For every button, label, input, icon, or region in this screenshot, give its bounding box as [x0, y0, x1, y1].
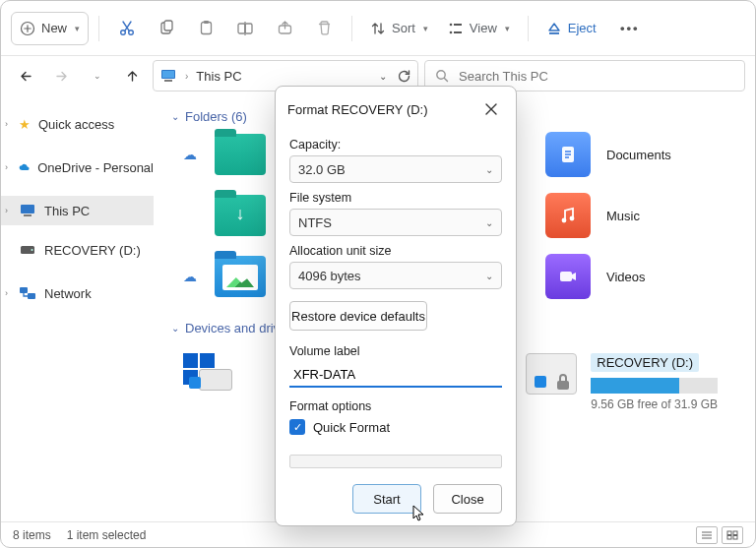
- quick-format-checkbox[interactable]: ✓ Quick Format: [289, 419, 502, 435]
- forward-button[interactable]: [46, 61, 76, 91]
- filesystem-select[interactable]: NTFS ⌄: [289, 209, 502, 236]
- delete-button[interactable]: [306, 12, 342, 45]
- capacity-value: 32.0 GB: [298, 162, 346, 177]
- search-icon: [435, 69, 449, 83]
- documents-icon: [545, 132, 591, 177]
- chevron-down-icon: ⌄: [485, 217, 493, 228]
- sort-button[interactable]: Sort ▾: [362, 12, 436, 45]
- sidebar-item-quick-access[interactable]: › ★ Quick access: [1, 109, 154, 139]
- svg-rect-22: [24, 214, 32, 216]
- separator: [528, 16, 529, 41]
- svg-rect-6: [204, 21, 209, 24]
- dialog-title: Format RECOVERY (D:): [287, 102, 428, 117]
- rename-button[interactable]: [227, 12, 263, 45]
- sidebar-item-label: Network: [44, 286, 92, 301]
- svg-rect-33: [560, 272, 572, 281]
- allocation-label: Allocation unit size: [289, 244, 502, 258]
- chevron-down-icon: ▾: [505, 24, 510, 33]
- close-icon: [485, 103, 497, 115]
- more-icon: •••: [620, 21, 640, 35]
- capacity-label: Capacity:: [289, 138, 502, 152]
- close-dialog-button[interactable]: Close: [433, 484, 502, 514]
- drive-icon: [19, 243, 36, 257]
- search-input[interactable]: [457, 68, 734, 85]
- refresh-icon[interactable]: [397, 69, 411, 84]
- toolbar: New ▾ Sort ▾ View ▾: [1, 1, 755, 56]
- chevron-right-icon: ›: [185, 71, 188, 82]
- restore-defaults-button[interactable]: Restore device defaults: [289, 301, 427, 331]
- folder-item-music[interactable]: Music: [545, 193, 745, 238]
- svg-point-11: [450, 23, 453, 26]
- format-dialog: Format RECOVERY (D:) Capacity: 32.0 GB ⌄…: [275, 86, 517, 526]
- cloud-status-icon: ☁: [181, 147, 199, 162]
- status-selected: 1 item selected: [67, 528, 147, 542]
- computer-icon: [19, 204, 36, 217]
- svg-point-32: [570, 216, 575, 221]
- back-button[interactable]: [11, 61, 40, 91]
- downloads-icon: ↓: [215, 195, 266, 236]
- svg-rect-5: [201, 23, 211, 34]
- separator: [98, 16, 99, 41]
- copy-icon: [158, 20, 175, 36]
- sidebar-item-label: RECOVERY (D:): [44, 243, 141, 258]
- drive-title: RECOVERY (D:): [591, 353, 699, 372]
- rename-icon: [236, 20, 254, 37]
- sidebar: › ★ Quick access › OneDrive - Personal ›…: [1, 95, 154, 521]
- cut-icon: [118, 20, 136, 37]
- icons-view-button[interactable]: [722, 526, 743, 544]
- filesystem-label: File system: [289, 191, 502, 205]
- share-button[interactable]: [267, 12, 302, 45]
- chevron-down-icon[interactable]: ⌄: [379, 71, 387, 82]
- pictures-icon: [215, 256, 266, 297]
- cloud-icon: [19, 161, 30, 173]
- folder-item-videos[interactable]: Videos: [545, 254, 745, 299]
- cut-button[interactable]: [109, 12, 145, 45]
- folder-icon: [215, 134, 266, 175]
- music-icon: [545, 193, 591, 238]
- allocation-select[interactable]: 4096 bytes ⌄: [289, 262, 502, 289]
- chevron-down-icon: ⌄: [171, 111, 179, 122]
- sidebar-item-network[interactable]: › Network: [1, 278, 154, 308]
- close-button[interactable]: [478, 96, 504, 122]
- recent-button[interactable]: ⌄: [82, 61, 111, 91]
- volume-label-input[interactable]: [289, 362, 502, 388]
- windows-drive-icon: [181, 353, 232, 395]
- paste-button[interactable]: [188, 12, 223, 45]
- view-switcher: [696, 526, 743, 544]
- plus-circle-icon: [20, 21, 35, 36]
- svg-rect-34: [557, 381, 569, 390]
- drive-item-recovery[interactable]: RECOVERY (D:) 9.56 GB free of 31.9 GB: [526, 353, 737, 411]
- up-button[interactable]: [117, 61, 147, 91]
- drive-free-text: 9.56 GB free of 31.9 GB: [591, 397, 718, 411]
- eject-button[interactable]: Eject: [538, 12, 604, 45]
- view-button[interactable]: View ▾: [440, 12, 518, 45]
- drive-item-windows[interactable]: [181, 353, 232, 395]
- group-header-label: Folders (6): [185, 109, 247, 124]
- arrow-left-icon: [19, 69, 33, 84]
- chevron-down-icon: ⌄: [485, 164, 493, 175]
- svg-rect-17: [162, 71, 174, 78]
- folder-label: Documents: [606, 148, 671, 162]
- start-button[interactable]: Start: [352, 484, 421, 514]
- sidebar-item-this-pc[interactable]: › This PC: [1, 196, 154, 225]
- capacity-select[interactable]: 32.0 GB ⌄: [289, 155, 502, 183]
- more-button[interactable]: •••: [612, 12, 648, 45]
- sidebar-item-recovery[interactable]: RECOVERY (D:): [1, 235, 154, 265]
- svg-rect-13: [454, 24, 462, 26]
- sidebar-item-onedrive[interactable]: › OneDrive - Personal: [1, 152, 154, 182]
- arrow-right-icon: [54, 69, 69, 84]
- lock-icon: [553, 372, 573, 392]
- copy-button[interactable]: [149, 12, 184, 45]
- svg-rect-4: [164, 21, 172, 30]
- quick-format-label: Quick Format: [313, 420, 390, 435]
- eject-icon: [546, 21, 562, 36]
- svg-rect-7: [238, 24, 245, 33]
- new-button[interactable]: New ▾: [11, 12, 89, 45]
- folder-label: Music: [606, 209, 640, 223]
- details-view-button[interactable]: [696, 526, 718, 544]
- folder-item-documents[interactable]: Documents: [545, 132, 745, 177]
- svg-point-24: [32, 249, 33, 251]
- explorer-window: New ▾ Sort ▾ View ▾: [0, 0, 756, 548]
- cursor-icon: [412, 505, 426, 522]
- folder-label: Videos: [606, 270, 646, 284]
